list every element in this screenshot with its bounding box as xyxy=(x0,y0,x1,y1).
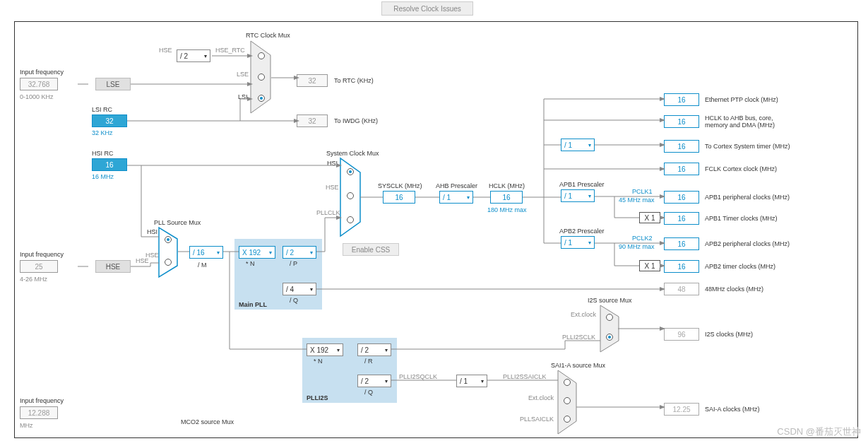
chevron-down-icon: ▾ xyxy=(588,193,591,199)
out-hclk-bus-lbl: HCLK to AHB bus, core, memory and DMA (M… xyxy=(705,114,797,129)
pll-src-mux[interactable] xyxy=(159,228,184,278)
out-fclk-val[interactable]: 16 xyxy=(664,163,699,175)
sysclk-val[interactable]: 16 xyxy=(383,191,415,204)
chevron-down-icon: ▾ xyxy=(481,378,484,384)
mul-n-lbl: * N xyxy=(246,260,255,267)
rtc-hse-div-val: / 2 xyxy=(180,52,188,60)
mul-n-val: X 192 xyxy=(242,249,261,257)
pll-div-q[interactable]: / 4▾ xyxy=(283,283,316,295)
apb1-note: 45 MHz max xyxy=(619,196,655,204)
plli2s-mul-n[interactable]: X 192▾ xyxy=(307,343,343,356)
freq2-range: 4-26 MHz xyxy=(20,276,47,283)
sai-mux[interactable] xyxy=(558,370,583,435)
freq2-label: Input frequency xyxy=(20,251,64,258)
out-fclk: 16FCLK Cortex clock (MHz) xyxy=(664,163,777,175)
out-48mhz-val[interactable]: 48 xyxy=(664,283,699,295)
i2s-mux-title: I2S source Mux xyxy=(588,297,632,304)
resolve-clock-btn[interactable]: Resolve Clock Issues xyxy=(381,1,473,16)
sai-ext-lbl: Ext.clock xyxy=(528,394,554,401)
out-hclk-bus-val[interactable]: 16 xyxy=(664,115,699,128)
sys-pllclk-radio[interactable] xyxy=(347,216,354,223)
rtc-out-label: To RTC (KHz) xyxy=(334,77,374,84)
apb2-title: APB2 Prescaler xyxy=(559,228,605,235)
pll-div-m[interactable]: / 16▾ xyxy=(189,246,223,259)
sys-mux[interactable] xyxy=(340,158,369,237)
pll-div-p[interactable]: / 2▾ xyxy=(283,246,316,259)
i2s-r-val: / 2 xyxy=(361,346,369,354)
out-apb2-periph-lbl: APB2 peripheral clocks (MHz) xyxy=(705,240,790,247)
out-cortex-sys: 16To Cortex System timer (MHz) xyxy=(664,140,790,153)
rtc-hse-rtc-radio[interactable] xyxy=(258,52,265,59)
ahb-div[interactable]: / 1▾ xyxy=(439,191,473,204)
rtc-lse-radio[interactable] xyxy=(258,74,265,81)
pll-hse-radio[interactable] xyxy=(165,259,172,266)
chevron-down-icon: ▾ xyxy=(310,249,313,256)
rtc-val: 32 xyxy=(297,74,328,87)
enable-css-btn[interactable]: Enable CSS xyxy=(343,243,399,256)
rtc-mux[interactable] xyxy=(251,41,279,114)
sys-hsi-radio[interactable] xyxy=(347,168,354,175)
out-apb2-timer-val[interactable]: 16 xyxy=(664,260,699,273)
freq1-label: Input frequency xyxy=(20,69,64,76)
sai-div[interactable]: / 1▾ xyxy=(456,375,487,387)
apb2-div[interactable]: / 1▾ xyxy=(561,236,595,249)
rtc-lsi-radio[interactable] xyxy=(258,95,265,102)
out-i2s-lbl: I2S clocks (MHz) xyxy=(705,331,753,338)
rtc-hse-div[interactable]: / 2▾ xyxy=(177,49,210,62)
svg-marker-3 xyxy=(600,305,619,352)
out-apb1-timer: 16APB1 Timer clocks (MHz) xyxy=(664,212,778,225)
out-saia-lbl: SAI-A clocks (MHz) xyxy=(705,406,760,413)
i2s-ext-lbl: Ext.clock xyxy=(571,311,596,318)
sys-hse-radio[interactable] xyxy=(347,192,354,199)
sai-mid-radio[interactable] xyxy=(564,397,571,404)
out-saia-val[interactable]: 12.25 xyxy=(664,403,699,416)
sai-bot-radio[interactable] xyxy=(564,416,571,423)
lsi-val: 32 xyxy=(92,114,127,127)
out-cortex-sys-val[interactable]: 16 xyxy=(664,140,699,153)
rtc-lsi-label: LSI xyxy=(238,93,248,100)
plli2sqclk-lbl: PLLI2SQCLK xyxy=(399,373,437,380)
pll-hsi-lbl: HSI xyxy=(147,228,157,235)
pll-mul-n[interactable]: X 192▾ xyxy=(239,246,275,259)
out-apb1-timer-val[interactable]: 16 xyxy=(664,212,699,225)
hclk-note: 180 MHz max xyxy=(487,206,527,213)
chevron-down-icon: ▾ xyxy=(385,347,388,353)
plli2s-div-r[interactable]: / 2▾ xyxy=(357,343,391,356)
out-apb2-periph: 16APB2 peripheral clocks (MHz) xyxy=(664,237,790,250)
freq3-value[interactable]: 12.288 xyxy=(20,406,58,419)
cortex-div[interactable]: / 1▾ xyxy=(561,139,595,151)
rtc-hse-in: HSE xyxy=(159,47,172,54)
freq1-value[interactable]: 32.768 xyxy=(20,78,58,90)
rtc-hse-rtc-label: HSE_RTC xyxy=(215,47,245,54)
i2s-pll-radio[interactable] xyxy=(606,334,613,341)
out-apb1-periph-val[interactable]: 16 xyxy=(664,191,699,204)
chevron-down-icon: ▾ xyxy=(310,286,313,293)
chevron-down-icon: ▾ xyxy=(588,240,591,246)
sai-mux-title: SAI1-A source Mux xyxy=(551,362,605,369)
out-48mhz-lbl: 48MHz clocks (MHz) xyxy=(705,286,763,293)
sai-div-val: / 1 xyxy=(460,377,468,385)
sai-top-radio[interactable] xyxy=(564,379,571,386)
i2s-ext-radio[interactable] xyxy=(606,314,613,321)
pll-hsi-radio[interactable] xyxy=(165,236,172,243)
i2s-r-lbl: / R xyxy=(364,358,373,365)
out-apb2-periph-val[interactable]: 16 xyxy=(664,237,699,250)
apb1-pclk-lbl: PCLK1 xyxy=(632,188,653,195)
lsi-rc-label: LSI RC xyxy=(92,106,112,113)
freq2-value[interactable]: 25 xyxy=(20,260,58,273)
chevron-down-icon: ▾ xyxy=(269,249,272,256)
plli2s-div-q[interactable]: / 2▾ xyxy=(357,375,391,387)
out-eth-val[interactable]: 16 xyxy=(664,93,699,106)
lse-box[interactable]: LSE xyxy=(95,78,131,90)
i2s-q-val: / 2 xyxy=(361,377,369,385)
hclk-val[interactable]: 16 xyxy=(490,191,523,204)
pll-src-title: PLL Source Mux xyxy=(154,219,201,226)
out-i2s: 96I2S clocks (MHz) xyxy=(664,328,753,341)
div-q-val: / 4 xyxy=(286,286,294,293)
hse-box[interactable]: HSE xyxy=(95,260,131,273)
apb1-div[interactable]: / 1▾ xyxy=(561,189,595,202)
i2s-mux[interactable] xyxy=(600,305,626,353)
out-apb1-periph: 16APB1 peripheral clocks (MHz) xyxy=(664,191,790,204)
out-i2s-val[interactable]: 96 xyxy=(664,328,699,341)
div-p-val: / 2 xyxy=(286,249,294,257)
